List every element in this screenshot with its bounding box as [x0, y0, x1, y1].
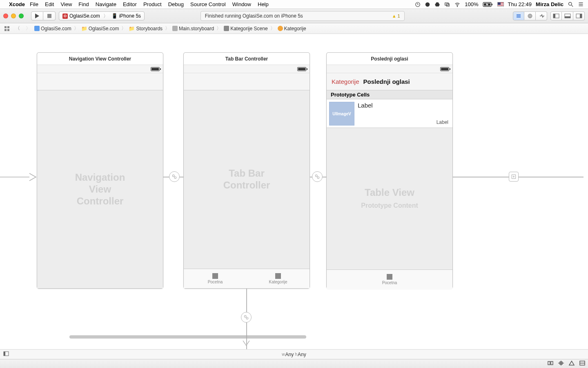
standard-editor-button[interactable] — [513, 11, 524, 20]
svg-rect-26 — [7, 26, 9, 28]
run-button[interactable] — [31, 11, 43, 20]
tab-icon — [387, 274, 392, 280]
menu-editor[interactable]: Editor — [123, 1, 137, 7]
keyboard-flag-icon[interactable] — [497, 2, 504, 7]
back-button[interactable]: 〈 — [13, 25, 22, 32]
nav-controller-scene[interactable]: Navigation View Controller Navigation Vi… — [37, 52, 163, 289]
svg-point-31 — [174, 177, 176, 179]
tab-label: Pocetna — [382, 280, 397, 285]
wifi-icon[interactable] — [454, 2, 461, 7]
menu-product[interactable]: Product — [143, 1, 162, 7]
xcode-toolbar: O OglasiSe.com 〉 📱 iPhone 5s Finished ru… — [0, 9, 588, 23]
displays-icon[interactable] — [444, 2, 450, 7]
toggle-navigator-button[interactable] — [550, 11, 562, 20]
menu-find[interactable]: Find — [78, 1, 89, 7]
battery-icon[interactable] — [483, 2, 493, 7]
crumb-group[interactable]: OglasiSe.com — [89, 26, 119, 31]
breadcrumb: OglasiSe.com〉 📁 OglasiSe.com〉 📁 Storyboa… — [34, 25, 306, 32]
tab-item-pocetna[interactable]: Pocetna — [327, 270, 452, 289]
app-menu[interactable]: Xcode — [9, 1, 25, 7]
segue-indicator-icon[interactable] — [241, 312, 252, 323]
crumb-file[interactable]: Main.storyboard — [179, 26, 214, 31]
do-not-disturb-icon[interactable] — [425, 2, 430, 7]
tab-icon — [212, 273, 218, 279]
menu-file[interactable]: File — [30, 1, 38, 7]
cell-title-label[interactable]: Label — [358, 102, 373, 125]
uiimageview-placeholder[interactable]: UIImageV — [329, 102, 354, 126]
back-button-label[interactable]: Kategorije — [332, 78, 359, 85]
watermark-text: Tab Bar Controller — [215, 168, 278, 191]
resolve-issues-button[interactable] — [568, 360, 575, 368]
battery-icon — [151, 67, 160, 71]
size-class-control[interactable]: wAny hAny — [0, 349, 588, 359]
svg-rect-44 — [548, 361, 550, 365]
spotlight-icon[interactable] — [568, 1, 574, 7]
svg-point-34 — [317, 177, 319, 179]
segue-indicator-icon[interactable] — [169, 171, 180, 182]
storyboard-canvas[interactable]: Navigation View Controller Navigation Vi… — [0, 34, 588, 359]
device-icon: 📱 — [111, 13, 118, 19]
window-traffic-lights — [3, 13, 24, 18]
assistant-editor-button[interactable] — [524, 11, 536, 20]
version-editor-button[interactable] — [536, 11, 547, 20]
crumb-project[interactable]: OglasiSe.com — [41, 26, 71, 31]
canvas-bottom-toolbar — [0, 359, 588, 368]
statusbar — [37, 65, 163, 73]
menu-window[interactable]: Window — [232, 1, 251, 7]
battery-icon — [297, 67, 306, 71]
crumb-object[interactable]: Kategorije — [284, 26, 306, 31]
menu-help[interactable]: Help — [258, 1, 269, 7]
svg-rect-45 — [551, 361, 553, 365]
warnings-indicator[interactable]: ▲1 — [392, 13, 400, 18]
svg-rect-24 — [580, 14, 582, 18]
menu-view[interactable]: View — [60, 1, 72, 7]
svg-point-18 — [528, 14, 532, 18]
activity-view[interactable]: Finished running OglasiSe.com on iPhone … — [200, 11, 405, 21]
scene-title: Poslednji oglasi — [327, 53, 452, 65]
user-menu[interactable]: Mirza Delic — [536, 1, 564, 7]
tab-item-kategorije[interactable]: Kategorije — [247, 269, 310, 288]
tableview-scene[interactable]: Poslednji oglasi Kategorije Poslednji og… — [326, 52, 453, 289]
menu-source-control[interactable]: Source Control — [190, 1, 226, 7]
crumb-scene[interactable]: Kategorije Scene — [230, 26, 267, 31]
watermark-text: Navigation ViewController — [69, 172, 131, 207]
stop-button[interactable] — [43, 11, 56, 20]
related-items-button[interactable] — [2, 25, 11, 32]
svg-line-35 — [317, 176, 317, 177]
jump-bar: 〈 〉 OglasiSe.com〉 📁 OglasiSe.com〉 📁 Stor… — [0, 23, 588, 34]
forward-button[interactable]: 〉 — [24, 25, 33, 32]
tableview-body: Table ViewPrototype Content — [327, 128, 452, 269]
close-window-button[interactable] — [3, 13, 8, 18]
notification-center-icon[interactable] — [578, 1, 584, 7]
svg-rect-13 — [47, 14, 51, 18]
tabbar-controller-scene[interactable]: Tab Bar Controller Tab Bar Controller Po… — [183, 52, 310, 289]
minimize-window-button[interactable] — [11, 13, 16, 18]
viber-icon[interactable] — [415, 2, 421, 7]
tab-item-pocetna[interactable]: Pocetna — [184, 269, 247, 288]
zoom-window-button[interactable] — [19, 13, 24, 18]
align-button[interactable] — [547, 360, 554, 368]
pin-button[interactable] — [558, 360, 564, 368]
resizing-button[interactable] — [579, 360, 586, 368]
scrollbar-horizontal[interactable] — [69, 335, 306, 339]
cell-detail-label[interactable]: Label — [437, 119, 448, 125]
toggle-debug-area-button[interactable] — [562, 11, 573, 20]
clock-text[interactable]: Thu 22:49 — [508, 1, 532, 7]
menu-edit[interactable]: Edit — [45, 1, 54, 7]
battery-icon — [440, 67, 449, 71]
scene-body: Navigation ViewController — [37, 90, 163, 288]
prototype-cell[interactable]: UIImageV Label Label — [327, 99, 452, 128]
battery-text[interactable]: 100% — [465, 1, 478, 7]
crumb-folder[interactable]: Storyboards — [136, 26, 163, 31]
google-drive-icon[interactable] — [434, 2, 440, 7]
segue-indicator-icon[interactable] — [312, 171, 323, 182]
scheme-selector[interactable]: O OglasiSe.com 〉 📱 iPhone 5s — [59, 11, 145, 20]
navigation-bar: Kategorije Poslednji oglasi — [327, 73, 452, 90]
segue-push-icon[interactable] — [509, 172, 519, 182]
project-file-icon — [34, 26, 40, 31]
document-outline-toggle-icon[interactable] — [3, 351, 9, 357]
menu-debug[interactable]: Debug — [168, 1, 184, 7]
toggle-utilities-button[interactable] — [573, 11, 585, 20]
menu-navigate[interactable]: Navigate — [96, 1, 116, 7]
svg-point-0 — [416, 2, 420, 7]
